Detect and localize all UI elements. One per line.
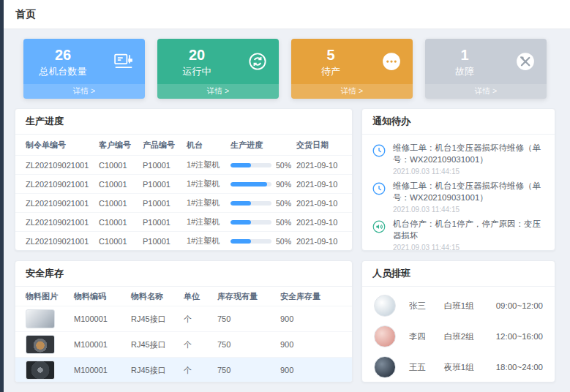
production-table: 制令单编号 客户编号 产品编号 机台 生产进度 交货日期 ZL202109021… xyxy=(15,135,352,250)
inventory-table-body: M100001 RJ45接口 个 750 900 M100001 RJ45接口 xyxy=(15,306,352,382)
progress-track xyxy=(230,201,271,206)
machine-icon xyxy=(102,50,145,72)
running-label: 运行中 xyxy=(157,66,236,78)
table-row[interactable]: ZL202109021001 C10001 P10001 1#注塑机 50% 2… xyxy=(15,212,352,231)
progress-bar xyxy=(230,201,251,206)
progress-label: 90% xyxy=(276,180,291,189)
notification-item[interactable]: 维修工单：机台1变压器损坏待维修（单号：WX202109031001） 2021… xyxy=(362,137,555,176)
delivery-date-cell: 2021-09-10 xyxy=(296,180,342,189)
material-name-cell: RJ45接口 xyxy=(131,365,184,376)
running-detail-link[interactable]: 详情 > xyxy=(157,84,279,99)
progress-label: 50% xyxy=(276,199,291,208)
stat-card-running[interactable]: 20 运行中 详情 > xyxy=(157,39,279,99)
clock-icon xyxy=(371,143,387,159)
delivery-date-cell: 2021-09-10 xyxy=(296,199,342,208)
top-bar: 首页 xyxy=(4,0,570,29)
delivery-date-cell: 2021-09-10 xyxy=(296,237,342,246)
progress-cell: 50% xyxy=(230,237,296,246)
progress-bar xyxy=(230,182,267,186)
pending-icon xyxy=(370,50,413,72)
pending-label: 待产 xyxy=(291,66,370,78)
inventory-table-header: 物料图片 物料编码 物料名称 单位 库存现有量 安全库存量 xyxy=(15,287,352,306)
machine-cell: 1#注塑机 xyxy=(187,216,230,227)
total-machines-detail-link[interactable]: 详情 > xyxy=(23,84,145,99)
fault-detail-link[interactable]: 详情 > xyxy=(425,84,547,99)
col-material-image: 物料图片 xyxy=(26,291,74,302)
card-meta: 26 总机台数量 xyxy=(23,46,102,78)
order-no-cell: ZL202109021001 xyxy=(26,161,99,170)
main-area: 首页 26 总机台数量 xyxy=(4,0,570,392)
order-no-cell: ZL202109021001 xyxy=(26,237,99,246)
material-code-cell: M100001 xyxy=(74,340,131,349)
material-image xyxy=(26,309,55,328)
progress-bar xyxy=(230,220,251,225)
progress-label: 50% xyxy=(276,218,291,227)
notification-text: 机台停产：机台1停产，停产原因：变压器损坏 xyxy=(393,219,546,241)
notification-text: 维修工单：机台1变压器损坏待维修（单号：WX202109031001） xyxy=(393,181,546,203)
stat-card-pending[interactable]: 5 待产 详情 > xyxy=(291,39,413,99)
schedule-list: 张三 白班1组 09:00~12:00 李四 白班2组 12:00~16:00 xyxy=(362,287,555,382)
product-no-cell: P10001 xyxy=(143,218,187,227)
avatar xyxy=(374,325,396,347)
notification-content: 维修工单：机台1变压器损坏待维修（单号：WX202109031001） 2021… xyxy=(393,181,546,214)
unit-cell: 个 xyxy=(184,339,217,350)
pending-detail-link[interactable]: 详情 > xyxy=(291,84,413,99)
machine-cell: 1#注塑机 xyxy=(187,159,230,170)
card-meta: 20 运行中 xyxy=(157,46,236,78)
notification-item[interactable]: 维修工单：机台1变压器损坏待维修（单号：WX202109031001） 2021… xyxy=(362,176,555,214)
col-material-code: 物料编码 xyxy=(74,291,131,302)
card-meta: 1 故障 xyxy=(425,46,504,78)
production-progress-panel: 生产进度 制令单编号 客户编号 产品编号 机台 生产进度 交货日期 xyxy=(15,108,353,251)
schedule-panel-title: 人员排班 xyxy=(362,261,555,287)
material-name-cell: RJ45接口 xyxy=(131,339,184,350)
table-row[interactable]: ZL202109021001 C10001 P10001 1#注塑机 90% 2… xyxy=(15,174,352,193)
table-row[interactable]: M100001 RJ45接口 个 750 900 xyxy=(15,357,352,382)
card-body: 20 运行中 xyxy=(157,39,279,84)
notification-content: 维修工单：机台1变压器损坏待维修（单号：WX202109031001） 2021… xyxy=(393,143,546,176)
progress-cell: 90% xyxy=(230,180,296,189)
notifications-panel-title: 通知待办 xyxy=(362,109,555,135)
progress-track xyxy=(230,220,271,225)
progress-bar xyxy=(230,239,251,244)
progress-cell: 50% xyxy=(230,218,296,227)
col-customer-no: 客户编号 xyxy=(99,140,143,151)
stat-card-total-machines[interactable]: 26 总机台数量 详情 xyxy=(23,39,145,99)
table-row[interactable]: M100001 RJ45接口 个 750 900 xyxy=(15,331,352,357)
customer-no-cell: C10001 xyxy=(99,237,143,246)
notification-content: 机台停产：机台1停产，停产原因：变压器损坏 2021.09.03 11:44:1… xyxy=(393,219,546,251)
progress-cell: 50% xyxy=(230,199,296,208)
staff-shift: 白班2组 xyxy=(444,331,496,342)
card-meta: 5 待产 xyxy=(291,46,370,78)
material-image xyxy=(26,361,55,380)
table-row[interactable]: M100001 RJ45接口 个 750 900 xyxy=(15,306,352,331)
customer-no-cell: C10001 xyxy=(99,161,143,170)
notifications-list: 维修工单：机台1变压器损坏待维修（单号：WX202109031001） 2021… xyxy=(362,135,555,251)
safety-qty-cell: 900 xyxy=(280,366,342,374)
staff-name: 张三 xyxy=(409,301,444,312)
production-table-body: ZL202109021001 C10001 P10001 1#注塑机 50% 2… xyxy=(15,155,352,250)
delivery-date-cell: 2021-09-10 xyxy=(296,161,342,170)
notification-text: 维修工单：机台1变压器损坏待维修（单号：WX202109031001） xyxy=(393,143,546,165)
staff-shift: 夜班1组 xyxy=(444,362,496,373)
machine-cell: 1#注塑机 xyxy=(187,197,230,208)
progress-label: 50% xyxy=(276,161,291,170)
customer-no-cell: C10001 xyxy=(99,218,143,227)
col-order-no: 制令单编号 xyxy=(26,140,99,151)
stat-card-fault[interactable]: 1 故障 详情 > xyxy=(425,39,547,99)
fault-icon xyxy=(504,50,547,72)
production-table-header: 制令单编号 客户编号 产品编号 机台 生产进度 交货日期 xyxy=(15,135,352,155)
card-body: 1 故障 xyxy=(425,39,547,84)
avatar xyxy=(374,356,396,378)
material-code-cell: M100001 xyxy=(74,314,131,323)
pending-value: 5 xyxy=(291,46,370,64)
col-material-name: 物料名称 xyxy=(131,291,184,302)
breadcrumb-home[interactable]: 首页 xyxy=(15,8,36,21)
table-row[interactable]: ZL202109021001 C10001 P10001 1#注塑机 50% 2… xyxy=(15,155,352,174)
table-row[interactable]: ZL202109021001 C10001 P10001 1#注塑机 50% 2… xyxy=(15,231,352,250)
middle-row: 生产进度 制令单编号 客户编号 产品编号 机台 生产进度 交货日期 xyxy=(15,108,555,251)
progress-track xyxy=(230,163,271,167)
table-row[interactable]: ZL202109021001 C10001 P10001 1#注塑机 50% 2… xyxy=(15,193,352,212)
notification-item[interactable]: 机台停产：机台1停产，停产原因：变压器损坏 2021.09.03 11:44:1… xyxy=(362,214,555,251)
card-body: 26 总机台数量 xyxy=(23,39,145,84)
progress-track xyxy=(230,239,271,244)
